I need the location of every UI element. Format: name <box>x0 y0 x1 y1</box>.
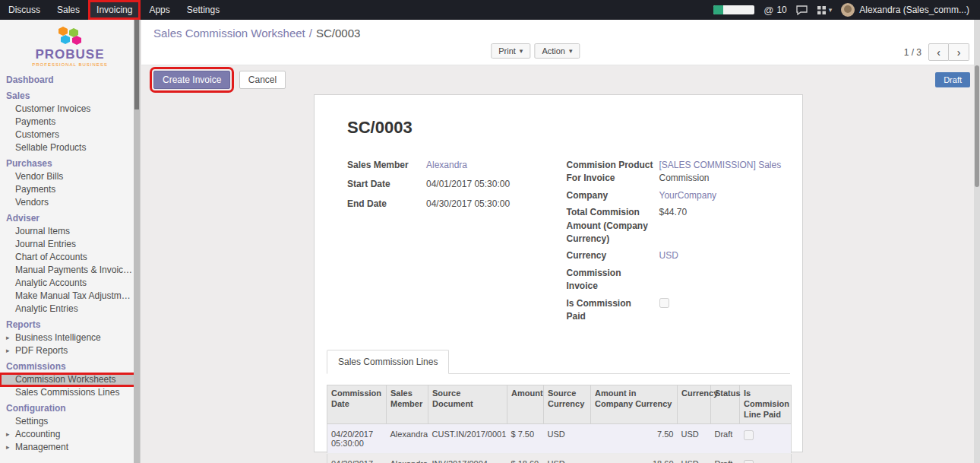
cell-date: 04/20/2017 05:30:00 <box>327 453 387 463</box>
sidebar-scrollbar[interactable] <box>134 20 140 463</box>
sidebar-item-analytic-entries[interactable]: Analytic Entries <box>0 303 140 316</box>
col-amount-company-currency[interactable]: Amount in Company Currency <box>591 385 678 423</box>
sidebar-item-make-manual-tax-adjustment[interactable]: Make Manual Tax Adjustme... <box>0 290 140 303</box>
sidebar: PROBUSE PROFESSIONAL BUSINESS Dashboard … <box>0 20 141 463</box>
cell-source-currency: USD <box>544 423 591 453</box>
sidebar-item-vendors[interactable]: Vendors <box>0 196 140 209</box>
sidebar-item-payments-purchases[interactable]: Payments <box>0 183 140 196</box>
expand-arrow-icon: ▸ <box>6 333 10 343</box>
commission-product-link[interactable]: [SALES COMMISSION] Sales <box>659 159 786 172</box>
table-row[interactable]: 04/20/2017 05:30:00 Alexandra INV/2017/0… <box>327 453 792 463</box>
status-badge[interactable]: Draft <box>935 72 970 87</box>
col-amount[interactable]: Amount <box>507 385 544 423</box>
sidebar-item-business-intelligence[interactable]: ▸ Business Intelligence <box>0 331 140 344</box>
currency-link[interactable]: USD <box>659 250 678 261</box>
sidebar-heading-commissions[interactable]: Commissions <box>0 357 140 373</box>
page-scrollbar-thumb[interactable] <box>975 65 979 187</box>
cell-member: Alexandra <box>387 423 428 453</box>
sidebar-item-vendor-bills[interactable]: Vendor Bills <box>0 170 140 183</box>
menu-settings[interactable]: Settings <box>179 0 228 20</box>
sidebar-item-sales-commissions-lines[interactable]: Sales Commissions Lines <box>0 386 140 399</box>
sidebar-heading-configuration[interactable]: Configuration <box>0 399 140 415</box>
brand-tagline: PROFESSIONAL BUSINESS <box>3 62 137 68</box>
tab-sales-commission-lines[interactable]: Sales Commission Lines <box>327 350 449 374</box>
col-status[interactable]: Status <box>711 385 740 423</box>
field-company: Company YourCompany <box>567 189 786 202</box>
cell-paid <box>740 423 792 453</box>
sidebar-item-payments-sales[interactable]: Payments <box>0 116 140 128</box>
sidebar-item-analytic-accounts[interactable]: Analytic Accounts <box>0 277 140 290</box>
create-invoice-button[interactable]: Create Invoice <box>153 71 230 89</box>
sales-member-link[interactable]: Alexandra <box>426 160 467 170</box>
messages-icon[interactable] <box>796 5 808 15</box>
print-button-label: Print <box>498 46 516 55</box>
cancel-button[interactable]: Cancel <box>239 71 286 89</box>
company-link[interactable]: YourCompany <box>659 190 717 201</box>
page: Discuss Sales Invoicing Apps Settings @ … <box>0 0 980 463</box>
notebook-tabs: Sales Commission Lines <box>327 350 790 374</box>
pager-previous-button[interactable]: ‹ <box>928 43 949 61</box>
sidebar-item-accounting[interactable]: ▸ Accounting <box>0 428 140 441</box>
col-sales-member[interactable]: Sales Member <box>387 385 428 423</box>
sidebar-item-manual-payments-invoice[interactable]: Manual Payments & Invoice... <box>0 264 140 277</box>
line-paid-checkbox[interactable] <box>744 430 754 440</box>
col-source-currency[interactable]: Source Currency <box>544 385 591 423</box>
sidebar-item-management[interactable]: ▸ Management <box>0 441 140 454</box>
control-buttons: Print ▾ Action ▾ <box>491 43 580 59</box>
breadcrumb-parent[interactable]: Sales Commission Worksheet <box>153 27 305 40</box>
activities-counter[interactable]: @ 10 <box>763 5 787 16</box>
menu-sales[interactable]: Sales <box>49 0 88 20</box>
col-is-commission-line-paid[interactable]: Is Commision Line Paid <box>740 385 792 423</box>
at-icon: @ <box>763 5 773 16</box>
sidebar-item-sellable-products[interactable]: Sellable Products <box>0 141 140 154</box>
is-commission-paid-checkbox[interactable] <box>659 298 669 308</box>
sidebar-heading-adviser[interactable]: Adviser <box>0 209 140 225</box>
col-currency[interactable]: Currency <box>678 385 711 423</box>
cell-status: Draft <box>711 423 740 453</box>
sidebar-heading-purchases[interactable]: Purchases <box>0 154 140 170</box>
progress-pill[interactable] <box>713 5 754 14</box>
caret-down-icon: ▾ <box>569 47 573 55</box>
sidebar-item-settings[interactable]: Settings <box>0 415 140 428</box>
user-menu[interactable]: Alexandra (Sales_comm...) <box>841 3 969 17</box>
col-source-document[interactable]: Source Document <box>428 385 507 423</box>
sidebar-item-label: PDF Reports <box>15 345 68 356</box>
commission-lines-table: Commission Date Sales Member Source Docu… <box>327 385 792 463</box>
sidebar-item-label: Accounting <box>15 429 60 439</box>
sidebar-item-customer-invoices[interactable]: Customer Invoices <box>0 103 140 116</box>
table-row[interactable]: 04/20/2017 05:30:00 Alexandra CUST.IN/20… <box>327 423 792 453</box>
sidebar-item-journal-entries[interactable]: Journal Entries <box>0 238 140 251</box>
field-label: Commision Product For Invoice <box>567 159 659 186</box>
sidebar-item-chart-of-accounts[interactable]: Chart of Accounts <box>0 251 140 264</box>
sidebar-heading-reports[interactable]: Reports <box>0 316 140 331</box>
sidebar-item-customers[interactable]: Customers <box>0 128 140 141</box>
action-button-label: Action <box>542 46 565 55</box>
print-button[interactable]: Print ▾ <box>491 43 530 59</box>
debug-menu[interactable]: ▾ <box>817 5 833 15</box>
pager-next-button[interactable]: › <box>949 43 969 61</box>
menu-apps[interactable]: Apps <box>141 0 178 20</box>
record-title: SC/0003 <box>347 118 790 138</box>
menu-invoicing[interactable]: Invoicing <box>88 0 141 20</box>
sidebar-item-pdf-reports[interactable]: ▸ PDF Reports <box>0 344 140 357</box>
topbar-menus: Discuss Sales Invoicing Apps Settings <box>0 0 228 20</box>
sidebar-scrollbar-thumb[interactable] <box>134 20 139 109</box>
table-header-row: Commission Date Sales Member Source Docu… <box>327 385 792 423</box>
sidebar-heading-sales[interactable]: Sales <box>0 87 140 103</box>
cell-amount-company: 7.50 <box>591 423 678 453</box>
form-sheet: SC/0003 Sales Member Alexandra Start Dat… <box>314 94 803 452</box>
action-button[interactable]: Action ▾ <box>534 43 580 59</box>
col-commission-date[interactable]: Commission Date <box>327 385 387 423</box>
page-scrollbar[interactable] <box>974 20 980 463</box>
sidebar-heading-dashboard[interactable]: Dashboard <box>0 71 140 87</box>
sidebar-item-commission-worksheets[interactable]: Commission Worksheets <box>0 373 140 386</box>
grid-icon <box>817 5 827 15</box>
field-total-commission: Total Commision Amount (Company Currency… <box>567 206 786 246</box>
line-paid-checkbox[interactable] <box>744 460 754 463</box>
menu-discuss[interactable]: Discuss <box>0 0 49 20</box>
sidebar-item-journal-items[interactable]: Journal Items <box>0 225 140 238</box>
username: Alexandra (Sales_comm...) <box>859 5 969 15</box>
field-commission-product: Commision Product For Invoice [SALES COM… <box>567 159 786 186</box>
breadcrumb: Sales Commission Worksheet/SC/0003 <box>153 27 360 40</box>
brand-name: PROBUSE <box>3 48 137 62</box>
